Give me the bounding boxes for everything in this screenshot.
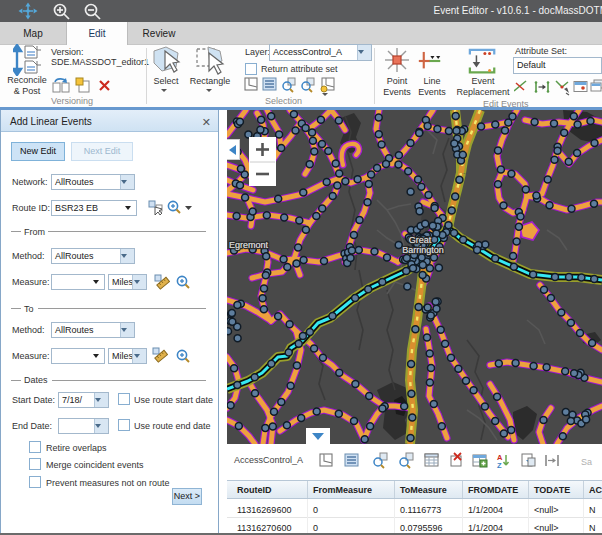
svg-text:Sa: Sa — [581, 457, 592, 467]
svg-text:Great: Great — [409, 235, 432, 245]
svg-text:Egremont: Egremont — [229, 240, 269, 250]
svg-text:Z: Z — [497, 461, 502, 469]
svg-text:Barrington: Barrington — [402, 245, 444, 255]
